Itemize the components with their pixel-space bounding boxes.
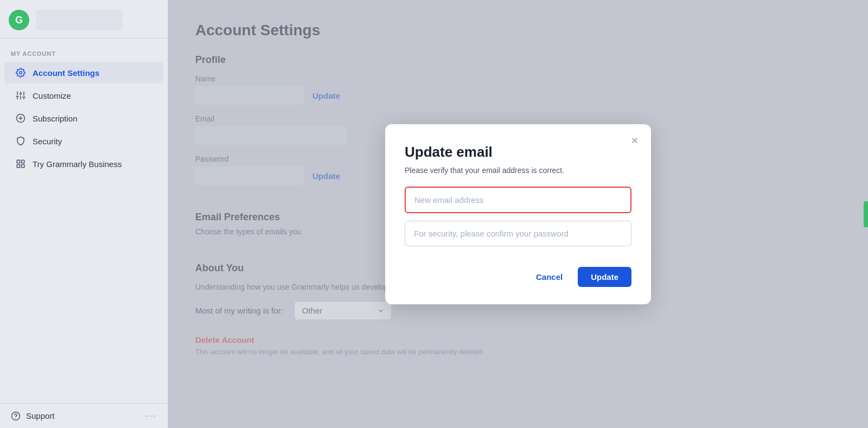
new-email-input[interactable] [405, 187, 631, 213]
modal-title: Update email [405, 144, 631, 161]
svg-point-0 [20, 72, 22, 74]
sidebar-item-customize[interactable]: Customize [4, 85, 163, 106]
grid-icon [15, 158, 26, 169]
sidebar-bottom: Support ··· [0, 403, 168, 428]
sidebar-item-subscription[interactable]: Subscription [4, 107, 163, 129]
sidebar-item-label: Try Grammarly Business [33, 159, 122, 169]
sidebar-item-label: Account Settings [33, 68, 99, 78]
sidebar-item-label: Subscription [33, 114, 78, 123]
svg-rect-14 [22, 160, 24, 163]
dollar-icon [15, 113, 26, 124]
svg-rect-16 [17, 165, 20, 168]
svg-rect-13 [17, 160, 20, 163]
support-label: Support [26, 411, 55, 420]
cancel-button[interactable]: Cancel [528, 268, 570, 286]
avatar: G [9, 10, 29, 30]
update-email-modal: Update email Please verify that your ema… [385, 124, 651, 304]
gear-icon [15, 67, 26, 78]
sidebar-item-try-business[interactable]: Try Grammarly Business [4, 153, 163, 175]
modal-actions: Cancel Update [405, 267, 631, 287]
modal-overlay: Update email Please verify that your ema… [168, 0, 868, 428]
shield-icon [15, 136, 26, 146]
right-edge-bar [864, 201, 868, 227]
main-content: Account Settings Profile Name Update Ema… [168, 0, 868, 428]
confirm-password-input[interactable] [405, 221, 631, 246]
sidebar-section-label: MY ACCOUNT [0, 39, 168, 61]
more-options-button[interactable]: ··· [145, 410, 157, 421]
sidebar-item-account-settings[interactable]: Account Settings [4, 62, 163, 84]
sidebar-header: G [0, 0, 168, 39]
svg-rect-15 [22, 165, 24, 168]
sidebar-item-security[interactable]: Security [4, 130, 163, 152]
support-item[interactable]: Support [11, 411, 55, 421]
sidebar-item-label: Customize [33, 91, 71, 100]
sidebar: G MY ACCOUNT Account Settings Customize … [0, 0, 168, 428]
sidebar-item-label: Security [33, 137, 62, 146]
sliders-icon [15, 90, 26, 101]
question-icon [11, 411, 21, 421]
user-name-placeholder [36, 10, 123, 30]
modal-subtitle: Please verify that your email address is… [405, 166, 631, 175]
update-button[interactable]: Update [578, 267, 631, 287]
modal-close-button[interactable] [627, 133, 642, 148]
